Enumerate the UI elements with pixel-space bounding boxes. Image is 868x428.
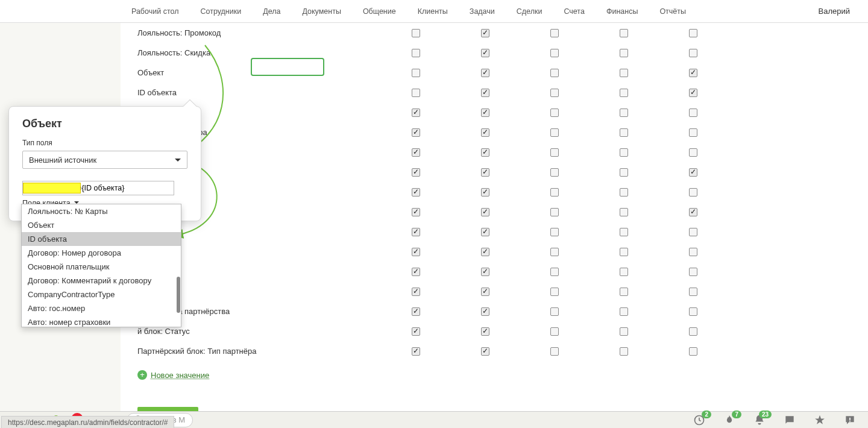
current-user[interactable]: Валерий <box>819 7 850 16</box>
permission-checkbox[interactable] <box>412 148 420 157</box>
dropdown-option[interactable]: Авто: номер страховки <box>22 315 181 327</box>
permission-checkbox[interactable] <box>412 208 420 216</box>
field-label[interactable]: Партнёрский блок: Тип партнёра <box>128 347 381 356</box>
field-label[interactable]: Лояльность: Промокод <box>128 28 381 37</box>
permission-checkbox[interactable] <box>481 188 489 197</box>
permission-checkbox[interactable] <box>689 89 697 97</box>
permission-checkbox[interactable] <box>550 307 559 316</box>
permission-checkbox[interactable] <box>620 109 628 117</box>
dropdown-scrollbar[interactable] <box>177 277 180 313</box>
permission-checkbox[interactable] <box>481 128 489 137</box>
dropdown-option[interactable]: Договор: Номер договора <box>22 246 181 260</box>
save-button[interactable]: Сохранить <box>137 407 198 411</box>
permission-checkbox[interactable] <box>689 208 697 216</box>
permission-checkbox[interactable] <box>620 288 628 296</box>
permission-checkbox[interactable] <box>689 188 697 197</box>
nav-employees[interactable]: Сотрудники <box>189 7 252 16</box>
clock-icon[interactable]: 2 <box>693 414 705 426</box>
nav-finance[interactable]: Финансы <box>596 7 649 16</box>
permission-checkbox[interactable] <box>481 248 489 256</box>
field-type-select[interactable]: Внешний источник <box>22 151 187 169</box>
permission-checkbox[interactable] <box>550 109 559 117</box>
permission-checkbox[interactable] <box>689 168 697 177</box>
permission-checkbox[interactable] <box>550 89 559 97</box>
dropdown-option[interactable]: CompanyContractorType <box>22 288 181 301</box>
permission-checkbox[interactable] <box>481 89 489 97</box>
nav-documents[interactable]: Документы <box>291 7 351 16</box>
permission-checkbox[interactable] <box>481 347 489 356</box>
permission-checkbox[interactable] <box>689 29 697 37</box>
field-label[interactable]: ID объекта <box>128 88 381 97</box>
nav-reports[interactable]: Отчёты <box>649 7 697 16</box>
permission-checkbox[interactable] <box>689 109 697 117</box>
permission-checkbox[interactable] <box>481 49 489 57</box>
nav-tasks[interactable]: Задачи <box>459 7 506 16</box>
field-label[interactable]: й блок: Статус <box>128 327 381 336</box>
dropdown-option[interactable]: Основной плательщик <box>22 260 181 274</box>
permission-checkbox[interactable] <box>689 288 697 296</box>
permission-checkbox[interactable] <box>620 69 628 77</box>
permission-checkbox[interactable] <box>689 268 697 276</box>
permission-checkbox[interactable] <box>412 128 420 137</box>
permission-checkbox[interactable] <box>412 69 420 77</box>
permission-checkbox[interactable] <box>481 69 489 77</box>
permission-checkbox[interactable] <box>550 268 559 276</box>
permission-checkbox[interactable] <box>620 268 628 276</box>
permission-checkbox[interactable] <box>550 248 559 256</box>
permission-checkbox[interactable] <box>689 49 697 57</box>
client-field-dropdown[interactable]: Лояльность: № КартыОбъектID объектаДогов… <box>21 204 181 327</box>
permission-checkbox[interactable] <box>481 148 489 157</box>
permission-checkbox[interactable] <box>689 248 697 256</box>
permission-checkbox[interactable] <box>620 89 628 97</box>
permission-checkbox[interactable] <box>412 89 420 97</box>
permission-checkbox[interactable] <box>412 29 420 37</box>
permission-checkbox[interactable] <box>620 248 628 256</box>
permission-checkbox[interactable] <box>481 208 489 216</box>
permission-checkbox[interactable] <box>689 69 697 77</box>
add-field-button[interactable]: +Новое значение <box>137 370 209 380</box>
permission-checkbox[interactable] <box>550 288 559 296</box>
permission-checkbox[interactable] <box>620 327 628 336</box>
permission-checkbox[interactable] <box>412 109 420 117</box>
permission-checkbox[interactable] <box>689 327 697 336</box>
permission-checkbox[interactable] <box>550 208 559 216</box>
permission-checkbox[interactable] <box>689 307 697 316</box>
permission-checkbox[interactable] <box>550 128 559 137</box>
permission-checkbox[interactable] <box>550 188 559 197</box>
permission-checkbox[interactable] <box>620 347 628 356</box>
permission-checkbox[interactable] <box>481 268 489 276</box>
permission-checkbox[interactable] <box>412 288 420 296</box>
permission-checkbox[interactable] <box>550 69 559 77</box>
feedback-icon[interactable] <box>844 414 856 426</box>
permission-checkbox[interactable] <box>412 49 420 57</box>
nav-trades[interactable]: Сделки <box>506 7 553 16</box>
permission-checkbox[interactable] <box>481 228 489 236</box>
permission-checkbox[interactable] <box>481 109 489 117</box>
permission-checkbox[interactable] <box>550 327 559 336</box>
permission-checkbox[interactable] <box>620 29 628 37</box>
permission-checkbox[interactable] <box>620 49 628 57</box>
permission-checkbox[interactable] <box>481 327 489 336</box>
permission-checkbox[interactable] <box>412 347 420 356</box>
permission-checkbox[interactable] <box>620 148 628 157</box>
dropdown-option[interactable]: Объект <box>22 218 181 232</box>
external-url-input[interactable] <box>22 181 174 195</box>
star-icon[interactable] <box>814 414 826 426</box>
permission-checkbox[interactable] <box>550 29 559 37</box>
permission-checkbox[interactable] <box>550 49 559 57</box>
permission-checkbox[interactable] <box>620 128 628 137</box>
permission-checkbox[interactable] <box>412 307 420 316</box>
permission-checkbox[interactable] <box>620 307 628 316</box>
permission-checkbox[interactable] <box>412 188 420 197</box>
permission-checkbox[interactable] <box>481 168 489 177</box>
permission-checkbox[interactable] <box>481 307 489 316</box>
permission-checkbox[interactable] <box>620 188 628 197</box>
permission-checkbox[interactable] <box>689 148 697 157</box>
nav-clients[interactable]: Клиенты <box>407 7 459 16</box>
chat-icon[interactable] <box>784 414 796 426</box>
dropdown-option[interactable]: ID объекта <box>22 232 181 246</box>
permission-checkbox[interactable] <box>412 327 420 336</box>
nav-invoices[interactable]: Счета <box>553 7 595 16</box>
nav-deals[interactable]: Дела <box>252 7 291 16</box>
permission-checkbox[interactable] <box>689 347 697 356</box>
